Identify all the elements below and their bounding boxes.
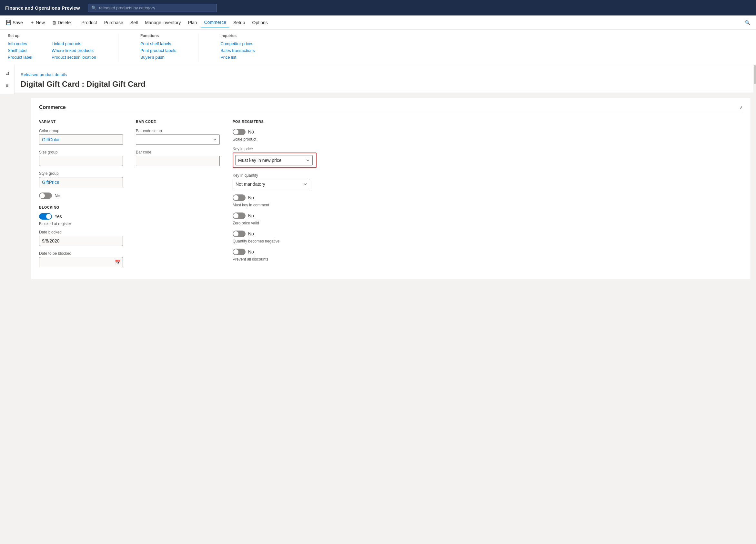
style-group-label: Style group: [39, 171, 123, 176]
scale-product-thumb: [233, 129, 238, 135]
delete-button[interactable]: 🗑 Delete: [49, 18, 74, 27]
key-in-quantity-select[interactable]: Not mandatory Must key in quantity: [233, 179, 310, 189]
date-blocked-field: Date blocked: [39, 230, 123, 246]
blocked-at-register-toggle[interactable]: [39, 213, 52, 220]
variant-column: VARIANT Color group Size group Style gro…: [39, 120, 123, 272]
filter-icon[interactable]: ⊿: [3, 68, 12, 77]
size-group-field: Size group: [39, 150, 123, 166]
qty-negative-toggle[interactable]: [233, 231, 246, 237]
product-button[interactable]: Product: [78, 18, 100, 27]
toc-icon[interactable]: ≡: [3, 81, 12, 90]
zero-price-toggle[interactable]: [233, 213, 246, 219]
style-group-field: Style group: [39, 171, 123, 187]
search-text: released products by category: [99, 5, 155, 10]
barcode-setup-field: Bar code setup: [136, 129, 220, 145]
setup-linked-col: x Linked products Where-linked products …: [52, 34, 96, 62]
color-group-input[interactable]: [39, 135, 123, 145]
must-key-comment-thumb: [233, 195, 238, 200]
barcode-field: Bar code: [136, 150, 220, 166]
barcode-setup-select[interactable]: [136, 135, 220, 145]
prevent-discounts-toggle[interactable]: [233, 249, 246, 255]
style-group-input[interactable]: [39, 177, 123, 187]
blocked-at-register-label: Yes: [55, 214, 62, 219]
variant-header: VARIANT: [39, 120, 123, 124]
print-product-labels-link[interactable]: Print product labels: [140, 48, 176, 53]
product-section-location-link[interactable]: Product section location: [52, 55, 96, 60]
qty-negative-row: No: [233, 231, 743, 237]
competitor-prices-link[interactable]: Competitor prices: [220, 41, 255, 46]
key-in-quantity-label: Key in quantity: [233, 173, 743, 178]
barcode-input[interactable]: [136, 156, 220, 166]
scrollbar-thumb[interactable]: [754, 65, 756, 84]
section-title: Commerce: [39, 105, 66, 110]
print-shelf-labels-link[interactable]: Print shelf labels: [140, 41, 176, 46]
scale-product-row: No: [233, 129, 743, 135]
commerce-button[interactable]: Commerce: [201, 18, 229, 27]
save-icon: 💾: [6, 20, 11, 25]
key-in-quantity-field: Key in quantity Not mandatory Must key i…: [233, 173, 743, 189]
title-area: Released product details Digital Gift Ca…: [13, 67, 756, 93]
date-blocked-label: Date blocked: [39, 230, 123, 235]
print-variants-toggle[interactable]: [39, 193, 52, 199]
commerce-section-wrapper: Commerce ∧ VARIANT Color group Size grou…: [31, 98, 751, 279]
save-button[interactable]: 💾 Save: [3, 18, 26, 27]
price-list-link[interactable]: Price list: [220, 55, 255, 60]
key-in-price-highlight: Must key in new price Not mandatory Must…: [233, 153, 317, 168]
linked-products-link[interactable]: Linked products: [52, 41, 96, 46]
menu-divider-2: [198, 34, 198, 62]
page-title: Digital Gift Card : Digital Gift Card: [21, 80, 748, 93]
sales-transactions-link[interactable]: Sales transactions: [220, 48, 255, 53]
commerce-dropdown: Set up Info codes Shelf label Product la…: [0, 30, 756, 67]
product-label-link[interactable]: Product label: [8, 55, 32, 60]
setup-header: Set up: [8, 34, 32, 38]
top-bar: Finance and Operations Preview 🔍 release…: [0, 0, 756, 15]
buyers-push-link[interactable]: Buyer's push: [140, 55, 176, 60]
date-to-be-blocked-input[interactable]: [39, 257, 123, 267]
barcode-setup-label: Bar code setup: [136, 129, 220, 133]
inquiries-col: Inquiries Competitor prices Sales transa…: [220, 34, 255, 62]
scale-product-sublabel: Scale product: [233, 137, 743, 142]
size-group-input[interactable]: [39, 156, 123, 166]
barcode-header: BAR CODE: [136, 120, 220, 124]
plan-button[interactable]: Plan: [185, 18, 200, 27]
main-content: Commerce ∧ VARIANT Color group Size grou…: [13, 95, 756, 282]
key-in-price-label: Key in price: [233, 147, 743, 151]
date-to-be-blocked-field: Date to be blocked 📅: [39, 251, 123, 267]
functions-col: Functions Print shelf labels Print produ…: [140, 34, 176, 62]
color-group-field: Color group: [39, 129, 123, 145]
scale-product-value: No: [248, 129, 254, 135]
manage-inventory-button[interactable]: Manage inventory: [142, 18, 184, 27]
pos-registers-header: POS REGISTERS: [233, 120, 743, 124]
qty-negative-value: No: [248, 231, 254, 237]
scale-product-toggle[interactable]: [233, 129, 246, 135]
setup-col: Set up Info codes Shelf label Product la…: [8, 34, 32, 62]
options-button[interactable]: Options: [249, 18, 271, 27]
command-bar: 💾 Save ＋ New 🗑 Delete Product Purchase S…: [0, 15, 756, 30]
search-cmd-button[interactable]: 🔍: [741, 18, 753, 27]
shelf-label-link[interactable]: Shelf label: [8, 48, 32, 53]
blocked-register-sublabel: Blocked at register: [39, 222, 123, 226]
barcode-column: BAR CODE Bar code setup Bar code: [136, 120, 220, 272]
functions-header: Functions: [140, 34, 176, 38]
search-icon: 🔍: [91, 5, 96, 10]
key-in-price-field: Key in price Must key in new price Not m…: [233, 147, 743, 168]
color-group-label: Color group: [39, 129, 123, 133]
where-linked-products-link[interactable]: Where-linked products: [52, 48, 96, 53]
sell-button[interactable]: Sell: [127, 18, 141, 27]
new-button[interactable]: ＋ New: [27, 18, 48, 27]
scrollbar-track: [753, 65, 756, 282]
prevent-discounts-thumb: [233, 249, 238, 255]
date-blocked-input[interactable]: [39, 236, 123, 246]
purchase-button[interactable]: Purchase: [101, 18, 126, 27]
must-key-comment-sublabel: Must key in comment: [233, 203, 743, 207]
zero-price-sublabel: Zero price valid: [233, 221, 743, 226]
key-in-price-select[interactable]: Must key in new price Not mandatory Must…: [235, 155, 313, 166]
calendar-icon[interactable]: 📅: [115, 260, 120, 265]
global-search[interactable]: 🔍 released products by category: [88, 4, 217, 12]
setup-button[interactable]: Setup: [230, 18, 248, 27]
print-variants-label: No: [55, 193, 60, 198]
info-codes-link[interactable]: Info codes: [8, 41, 32, 46]
collapse-button[interactable]: ∧: [740, 105, 743, 110]
must-key-comment-toggle[interactable]: [233, 195, 246, 201]
breadcrumb[interactable]: Released product details: [21, 72, 748, 77]
